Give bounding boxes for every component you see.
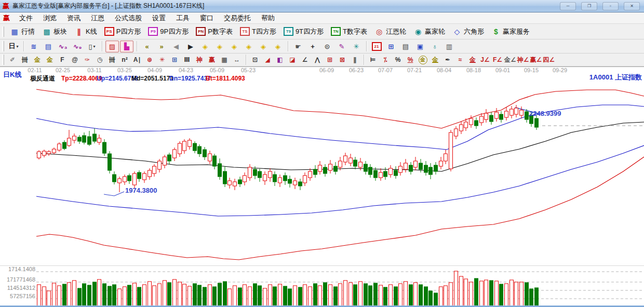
gold-circle-tool[interactable]: 金 [417, 55, 428, 65]
sectors-button[interactable]: ▩板块 [38, 26, 71, 37]
zigzag-wave-tool[interactable]: ⋀ [312, 55, 323, 65]
zigzag-chart-button[interactable]: ≋ [27, 41, 41, 52]
analysis-button[interactable]: ✳ [350, 41, 363, 52]
t-square-button[interactable]: TST四方形 [236, 26, 280, 37]
menu-formula-stock-pick[interactable]: 公式选股 [110, 12, 147, 24]
prev-bar-button[interactable]: ◀ [169, 41, 183, 52]
f-angle-tool[interactable]: F∠ [492, 55, 503, 65]
chart-canvas[interactable]: 02-1102-2503-1103-2504-0904-2305-0905-23… [0, 66, 644, 307]
ruler2-tool[interactable]: 卌 [106, 55, 118, 65]
span-arrow-tool[interactable]: ↔ [231, 55, 243, 65]
hexagon-button[interactable]: ◇六角形 [449, 26, 488, 37]
ruler-tool[interactable]: 卌 [19, 55, 31, 65]
shen-angle-tool[interactable]: 神∠ [517, 55, 529, 65]
gold-underline-tool[interactable]: 金 [467, 55, 478, 65]
p-square-button[interactable]: PSP四方形 [101, 26, 145, 37]
calculator-button[interactable]: ⊞ [384, 41, 398, 52]
time-circle-tool[interactable]: ◷ [94, 55, 105, 65]
gold-lines-tool[interactable]: 金 [430, 55, 441, 65]
percent-tool[interactable]: % [392, 55, 404, 65]
menu-settings[interactable]: 设置 [147, 12, 171, 24]
n-squared-tool[interactable]: n² [119, 55, 130, 65]
menu-gann[interactable]: 江恩 [86, 12, 110, 24]
period-button[interactable]: 日▾ [7, 41, 20, 52]
menu-help[interactable]: 帮助 [256, 12, 280, 24]
compass-tool[interactable]: ✐ [7, 55, 18, 65]
winner-service-button[interactable]: $赢家服务 [488, 26, 533, 37]
menu-trade-order[interactable]: 交易委托 [219, 12, 256, 24]
nine-p-square-button[interactable]: P99P四方形 [144, 26, 192, 37]
gold-angle-tool[interactable]: 金∠ [504, 55, 516, 65]
hand-button[interactable]: ☛ [291, 41, 305, 52]
compress-h-button[interactable]: ◈ [227, 41, 241, 52]
menu-window[interactable]: 窗口 [195, 12, 219, 24]
menu-news[interactable]: 资讯 [62, 12, 86, 24]
percent-line-tool[interactable]: % [405, 55, 416, 65]
wave3-button[interactable]: ∿₃ [56, 41, 70, 52]
last-page-button[interactable]: » [155, 41, 168, 52]
t-number-table-button[interactable]: TNT数字表 [327, 26, 371, 37]
fan-square2-tool[interactable]: ◪ [287, 55, 298, 65]
kline-button[interactable]: ∥K线 [71, 26, 101, 37]
wave-band-tool[interactable]: ≈ [454, 55, 466, 65]
candle-style-button[interactable]: ▯▾ [85, 41, 99, 52]
pattern-button[interactable]: ▨ [105, 41, 119, 52]
pointer-zoom-button[interactable]: ⊙ [320, 41, 334, 52]
quarter-grid-tool[interactable]: Ⅲ [181, 55, 193, 65]
si-angle-tool[interactable]: 四∠ [543, 55, 555, 65]
expand-h-button[interactable]: ◈ [242, 41, 256, 52]
mail-globe-button[interactable]: ♁ [428, 41, 441, 52]
child-window-button[interactable]: ▫ [602, 2, 619, 10]
save-button[interactable]: ▣ [413, 41, 427, 52]
spiral-tool[interactable]: @ [69, 55, 81, 65]
parallel-lines-tool[interactable]: ∥ [349, 55, 360, 65]
minimize-button[interactable]: ─ [560, 2, 576, 10]
menu-browse[interactable]: 浏览 [38, 12, 62, 24]
close-button[interactable]: ✕ [624, 2, 640, 10]
menu-file[interactable]: 文件 [14, 12, 38, 24]
zoom-in-button[interactable]: ◈ [271, 41, 285, 52]
percent-slash-tool[interactable]: ⁒ [380, 55, 391, 65]
gann-wheel-button[interactable]: ◎江恩轮 [371, 26, 410, 37]
circle-cross-tool[interactable]: ⊕ [144, 55, 155, 65]
notes-button[interactable]: ▤ [399, 41, 412, 52]
fan-square-tool[interactable]: ◧ [274, 55, 286, 65]
grid-123-tool[interactable]: ▦ [219, 55, 230, 65]
pan-left-button[interactable]: ◈ [198, 41, 212, 52]
red-grid-tool[interactable]: ⊞ [324, 55, 336, 65]
shen-tool[interactable]: 神 [194, 55, 205, 65]
wave9-button[interactable]: ∿₉ [71, 41, 84, 52]
pan-right-button[interactable]: ◈ [213, 41, 226, 52]
p-number-table-button[interactable]: PNP数字表 [192, 26, 236, 37]
zoom-out-button[interactable]: ◈ [257, 41, 270, 52]
calendar-button[interactable]: 21 [370, 41, 383, 52]
gann-fan-tool[interactable]: ◢ [262, 55, 273, 65]
ink-flag-tool[interactable]: ✒ [442, 55, 453, 65]
quotes-button[interactable]: ▦行情 [6, 26, 38, 37]
marker-button[interactable]: ✎ [335, 41, 348, 52]
report-button[interactable]: ▤ [42, 41, 55, 52]
gold-gauge-tool[interactable]: 金 [32, 55, 43, 65]
histogram-button[interactable]: ▙ [120, 41, 133, 52]
nine-t-square-button[interactable]: T99T四方形 [280, 26, 327, 37]
restore-button[interactable]: ❐ [581, 2, 597, 10]
winner-wheel-button[interactable]: ◉赢家轮 [410, 26, 449, 37]
box-select-tool[interactable]: ⊡ [249, 55, 261, 65]
pen-ruler-tool[interactable]: ✑ [82, 55, 93, 65]
ying-tool[interactable]: 赢 [206, 55, 218, 65]
red-grid2-tool[interactable]: ⊠ [337, 55, 348, 65]
j-angle-tool[interactable]: J∠ [479, 55, 491, 65]
ying-angle-tool[interactable]: 赢∠ [530, 55, 542, 65]
next-bar-button[interactable]: ▶ [184, 41, 197, 52]
crosshair-button[interactable]: + [306, 41, 319, 52]
angle-lines-tool[interactable]: ∠ [299, 55, 311, 65]
radial-web-tool[interactable]: ✳ [156, 55, 168, 65]
stat-column-tool[interactable]: ⊨ [367, 55, 379, 65]
first-page-button[interactable]: « [140, 41, 154, 52]
angle-measure-tool[interactable]: A∣ [131, 55, 143, 65]
remote-computer-button[interactable]: ▥ [442, 41, 456, 52]
f-gauge-tool[interactable]: F [57, 55, 68, 65]
web-square-tool[interactable]: ⊞ [169, 55, 180, 65]
menu-tools[interactable]: 工具 [171, 12, 195, 24]
gold-gauge2-tool[interactable]: 金 [44, 55, 56, 65]
